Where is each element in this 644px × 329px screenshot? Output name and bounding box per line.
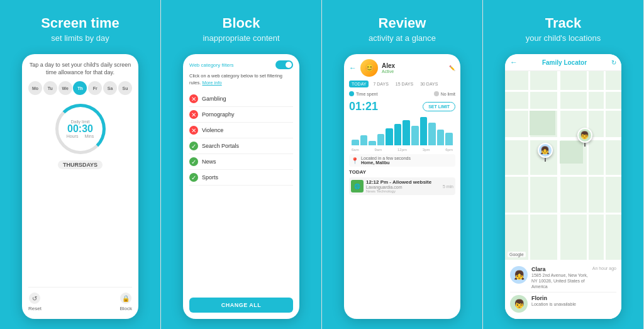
day-tu[interactable]: Tu bbox=[43, 81, 57, 95]
set-limit-button[interactable]: SET LIMIT bbox=[423, 102, 455, 111]
screen-time-panel: Screen time set limits by day Tap a day … bbox=[0, 0, 161, 329]
mins-label: Mins bbox=[84, 134, 94, 138]
review-panel: Review activity at a glance ← 😊 Alex Act… bbox=[322, 0, 483, 329]
panel-3-title: Review bbox=[369, 15, 436, 31]
bar-4 bbox=[377, 134, 385, 145]
news-icon: ✓ bbox=[189, 157, 198, 166]
bar-6 bbox=[394, 124, 402, 145]
more-info-link[interactable]: More info bbox=[202, 80, 221, 86]
block-label: Block bbox=[119, 306, 132, 311]
panel-2-header: Block inappropriate content bbox=[203, 15, 279, 43]
user-name: Alex bbox=[382, 62, 395, 69]
violence-icon: ✕ bbox=[189, 126, 198, 135]
location-place: Home, Malibu bbox=[361, 160, 411, 165]
road-v3 bbox=[587, 71, 589, 260]
day-su[interactable]: Su bbox=[118, 81, 132, 95]
daily-limit-label: Daily limit bbox=[71, 120, 90, 124]
category-gambling[interactable]: ✕ Gambling bbox=[189, 91, 293, 107]
filter-label: Web category filters bbox=[189, 62, 234, 68]
violence-label: Violence bbox=[202, 127, 223, 133]
reset-action[interactable]: ↺ Reset bbox=[28, 293, 42, 311]
site-icon: 🌐 bbox=[351, 180, 364, 192]
no-limit-stat: No limit bbox=[434, 91, 455, 96]
tab-today[interactable]: TODAY bbox=[349, 81, 369, 87]
panel-1-subtitle: set limits by day bbox=[41, 33, 119, 43]
review-header: ← 😊 Alex Active ✏️ bbox=[349, 59, 455, 77]
time-row: 01:21 SET LIMIT bbox=[349, 99, 455, 114]
time-display: 00:30 bbox=[67, 124, 93, 134]
category-sports[interactable]: ✓ Sports bbox=[189, 170, 293, 186]
block-icon: 🔒 bbox=[120, 293, 131, 304]
category-violence[interactable]: ✕ Violence bbox=[189, 123, 293, 138]
bar-5 bbox=[386, 128, 393, 145]
clock-container: Daily limit 00:30 Hours Mins bbox=[28, 104, 132, 154]
pornography-label: Pornography bbox=[202, 111, 235, 118]
back-arrow-icon[interactable]: ← bbox=[349, 64, 357, 72]
panel-3-subtitle: activity at a glance bbox=[369, 33, 436, 43]
panel-1-title: Screen time bbox=[41, 15, 119, 31]
road-v2 bbox=[557, 71, 560, 260]
stats-row: Time spent No limit bbox=[349, 91, 455, 96]
edit-icon[interactable]: ✏️ bbox=[449, 65, 455, 71]
map-header: ← Family Locator ↻ bbox=[505, 54, 621, 71]
user-status: Active bbox=[382, 69, 395, 74]
track-people-list: 👧 Clara 1585 2nd Avenue, New York, NY 10… bbox=[505, 260, 621, 319]
bar-12 bbox=[445, 133, 453, 145]
track-panel: Track your child's locations ← Family Lo… bbox=[483, 0, 644, 329]
tab-30days[interactable]: 30 DAYS bbox=[418, 81, 440, 87]
clara-pin-tail bbox=[545, 158, 546, 162]
day-th[interactable]: Th bbox=[73, 81, 87, 95]
map-background: 👧 👦 Google bbox=[505, 71, 621, 260]
tab-7days[interactable]: 7 DAYS bbox=[370, 81, 391, 87]
filter-toggle[interactable] bbox=[275, 60, 293, 69]
map-block-1 bbox=[530, 111, 555, 135]
clara-address: 1585 2nd Avenue, New York, NY 10028, Uni… bbox=[531, 272, 589, 289]
map-refresh-icon[interactable]: ↻ bbox=[611, 59, 616, 66]
block-action[interactable]: 🔒 Block bbox=[119, 293, 132, 311]
day-sa[interactable]: Sa bbox=[103, 81, 117, 95]
category-search-portals[interactable]: ✓ Search Portals bbox=[189, 138, 293, 154]
change-all-button[interactable]: CHANGE ALL bbox=[189, 298, 293, 313]
tab-15days[interactable]: 15 DAYS bbox=[393, 81, 416, 87]
news-label: News bbox=[202, 159, 216, 165]
block-panel: Block inappropriate content Web category… bbox=[161, 0, 322, 329]
florin-list-avatar: 👦 bbox=[510, 295, 528, 313]
time-spent-label: Time spent bbox=[356, 92, 377, 96]
day-mo[interactable]: Mo bbox=[28, 81, 42, 95]
category-news[interactable]: ✓ News bbox=[189, 154, 293, 170]
road-v1 bbox=[528, 71, 530, 260]
panel-2-title: Block bbox=[203, 15, 279, 31]
gambling-icon: ✕ bbox=[189, 94, 198, 103]
map-back-icon[interactable]: ← bbox=[510, 58, 518, 67]
filter-toggle-row: Web category filters bbox=[189, 60, 293, 69]
person-florin: 👦 Florin Location is unavailable bbox=[510, 293, 616, 315]
panel-2-subtitle: inappropriate content bbox=[203, 33, 279, 43]
panel-4-header: Track your child's locations bbox=[526, 15, 601, 43]
pornography-icon: ✕ bbox=[189, 110, 198, 119]
no-limit-label: No limit bbox=[441, 92, 455, 96]
chart-labels: 6am 9am 12pm 3pm 6pm bbox=[349, 148, 455, 152]
florin-name: Florin bbox=[531, 295, 576, 301]
days-row: Mo Tu We Th Fr Sa Su bbox=[28, 81, 132, 95]
map-title: Family Locator bbox=[542, 59, 587, 66]
location-text: Located in a few seconds bbox=[361, 156, 411, 160]
panel-3-header: Review activity at a glance bbox=[369, 15, 436, 43]
day-we[interactable]: We bbox=[58, 81, 72, 95]
pin-clara: 👧 bbox=[538, 143, 553, 162]
clara-list-avatar: 👧 bbox=[510, 266, 528, 284]
chart-label-2: 9am bbox=[374, 148, 382, 152]
search-portals-icon: ✓ bbox=[189, 142, 198, 150]
track-phone: ← Family Locator ↻ bbox=[505, 54, 621, 319]
time-spent-stat: Time spent bbox=[349, 91, 377, 96]
filter-description: Click on a web category below to set fil… bbox=[189, 73, 293, 86]
hours-label: Hours bbox=[67, 134, 79, 138]
chart-label-3: 12pm bbox=[397, 148, 407, 152]
screen-time-bottom: ↺ Reset 🔒 Block bbox=[28, 287, 132, 311]
person-clara: 👧 Clara 1585 2nd Avenue, New York, NY 10… bbox=[510, 264, 616, 293]
no-limit-dot bbox=[434, 91, 439, 96]
bar-7 bbox=[402, 120, 410, 146]
screen-time-description: Tap a day to set your child's daily scre… bbox=[28, 62, 132, 76]
day-fr[interactable]: Fr bbox=[88, 81, 102, 95]
category-pornography[interactable]: ✕ Pornography bbox=[189, 107, 293, 123]
user-avatar: 😊 bbox=[360, 59, 378, 77]
